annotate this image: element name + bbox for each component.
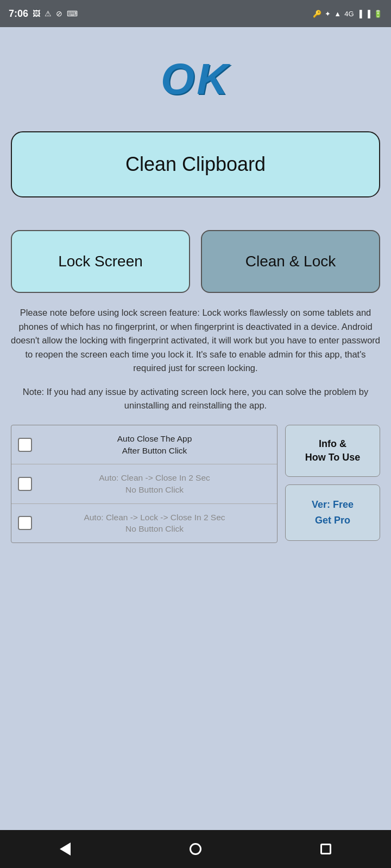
navigation-bar (0, 830, 391, 868)
checkbox-auto-clean-lock[interactable] (18, 516, 32, 530)
battery-icon: 🔋 (374, 10, 382, 18)
app-title: OK (161, 54, 230, 104)
signal-bar-icon: ▐ (357, 10, 362, 18)
status-right: 🔑 ✦ ▲ 4G ▐ ▐ 🔋 (313, 10, 382, 18)
nav-back-button[interactable] (54, 838, 76, 860)
checkbox-row-auto-close: Auto Close The AppAfter Button Click (11, 425, 277, 464)
keyboard-icon: ⌨ (67, 9, 78, 18)
clean-clipboard-button[interactable]: Clean Clipboard (11, 131, 380, 197)
wifi-icon: ▲ (334, 10, 341, 18)
main-content: OK Clean Clipboard Lock Screen Clean & L… (0, 27, 391, 830)
checkbox-auto-clean[interactable] (18, 477, 32, 491)
checkboxes-column: Auto Close The AppAfter Button Click Aut… (11, 425, 278, 543)
back-triangle-icon (60, 843, 71, 856)
checkbox-auto-clean-lock-label: Auto: Clean -> Lock -> Close In 2 SecNo … (39, 512, 270, 535)
recents-square-icon (320, 844, 331, 854)
notice-text: Please note before using lock screen fea… (11, 306, 380, 375)
bluetooth-icon: ✦ (325, 10, 331, 18)
lock-buttons-row: Lock Screen Clean & Lock (11, 230, 380, 293)
checkbox-auto-close-label: Auto Close The AppAfter Button Click (39, 433, 270, 456)
lock-screen-button[interactable]: Lock Screen (11, 230, 190, 293)
info-how-to-use-button[interactable]: Info &How To Use (285, 425, 380, 477)
nav-recents-button[interactable] (315, 838, 337, 860)
signal-4g-label: 4G (344, 10, 354, 18)
status-bar: 7:06 🖼 ⚠ ⊘ ⌨ 🔑 ✦ ▲ 4G ▐ ▐ 🔋 (0, 0, 391, 27)
right-buttons-column: Info &How To Use Ver: FreeGet Pro (285, 425, 380, 541)
checkbox-row-auto-clean-lock: Auto: Clean -> Lock -> Close In 2 SecNo … (11, 504, 277, 542)
home-circle-icon (190, 843, 201, 855)
dnd-icon: ⊘ (56, 9, 62, 18)
bottom-area: Auto Close The AppAfter Button Click Aut… (11, 425, 380, 543)
status-time: 7:06 (9, 8, 28, 20)
key-icon: 🔑 (313, 10, 321, 18)
note-text: Note: If you had any issue by activating… (11, 385, 380, 413)
checkbox-auto-close[interactable] (18, 438, 32, 452)
nav-home-button[interactable] (185, 838, 206, 860)
clean-lock-button[interactable]: Clean & Lock (201, 230, 380, 293)
checkbox-auto-clean-label: Auto: Clean -> Close In 2 SecNo Button C… (39, 472, 270, 495)
signal-bar2-icon: ▐ (365, 10, 370, 18)
status-left: 7:06 🖼 ⚠ ⊘ ⌨ (9, 8, 78, 20)
checkbox-row-auto-clean: Auto: Clean -> Close In 2 SecNo Button C… (11, 464, 277, 503)
alert-icon: ⚠ (45, 9, 52, 18)
photo-icon: 🖼 (33, 9, 40, 18)
ver-free-get-pro-button[interactable]: Ver: FreeGet Pro (285, 484, 380, 541)
